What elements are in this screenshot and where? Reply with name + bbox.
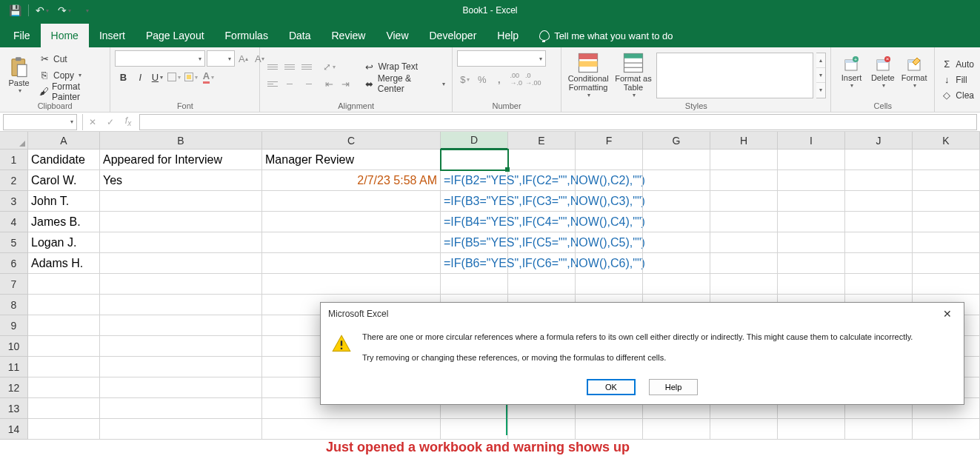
cell-B5[interactable]	[100, 232, 262, 253]
cell-C7[interactable]	[262, 274, 441, 295]
cell-I7[interactable]	[778, 274, 845, 295]
tab-insert[interactable]: Insert	[89, 24, 136, 47]
cell-B8[interactable]	[100, 295, 262, 315]
cell-F7[interactable]	[576, 274, 643, 295]
row-head-4[interactable]: 4	[0, 212, 28, 232]
cell-H3[interactable]	[710, 191, 778, 212]
cell-H14[interactable]	[710, 419, 778, 440]
cell-B6[interactable]	[100, 253, 262, 274]
row-head-10[interactable]: 10	[0, 336, 28, 357]
cell-H1[interactable]	[710, 150, 778, 170]
cell-E4[interactable]	[508, 212, 576, 232]
font-color-button[interactable]: A▾	[200, 69, 216, 85]
italic-button[interactable]: I	[132, 69, 148, 85]
accounting-button[interactable]: $▾	[457, 71, 473, 87]
autosum-button[interactable]: ΣAuto	[939, 57, 976, 72]
cell-C5[interactable]	[262, 232, 441, 253]
fx-button[interactable]: fx	[120, 114, 136, 130]
tab-file[interactable]: File	[3, 24, 41, 47]
cell-H7[interactable]	[710, 274, 778, 295]
row-head-3[interactable]: 3	[0, 191, 28, 212]
row-head-11[interactable]: 11	[0, 357, 28, 377]
cell-F5[interactable]	[576, 232, 643, 253]
cell-H2[interactable]	[710, 170, 778, 191]
cell-B1[interactable]: Appeared for Interview	[100, 150, 262, 170]
copy-button[interactable]: ⎘Copy▾	[36, 68, 105, 83]
cell-B9[interactable]	[100, 315, 262, 336]
tab-home[interactable]: Home	[41, 24, 89, 47]
cell-C2[interactable]: 2/7/23 5:58 AM	[262, 170, 441, 191]
conditional-formatting-button[interactable]: Conditional Formatting▾	[566, 51, 610, 100]
cell-B11[interactable]	[100, 357, 262, 377]
fill-button[interactable]: ↓Fill	[939, 73, 976, 87]
cell-G4[interactable]	[643, 212, 710, 232]
col-head-J[interactable]: J	[845, 132, 913, 150]
cell-A14[interactable]	[28, 419, 100, 440]
cell-A12[interactable]	[28, 377, 100, 398]
cell-B13[interactable]	[100, 398, 262, 419]
cell-C3[interactable]	[262, 191, 441, 212]
col-head-A[interactable]: A	[28, 132, 100, 150]
font-name-combo[interactable]: ▾	[115, 50, 205, 67]
bold-button[interactable]: B	[115, 69, 131, 85]
tab-view[interactable]: View	[376, 24, 419, 47]
gallery-up-button[interactable]: ▴	[816, 53, 826, 68]
cell-I2[interactable]	[778, 170, 845, 191]
row-head-6[interactable]: 6	[0, 253, 28, 274]
increase-decimal-button[interactable]: .00→.0	[508, 71, 524, 87]
cell-F2[interactable]	[576, 170, 643, 191]
tab-formulas[interactable]: Formulas	[215, 24, 279, 47]
cell-J2[interactable]	[845, 170, 913, 191]
cell-G1[interactable]	[643, 150, 710, 170]
cell-G5[interactable]	[643, 232, 710, 253]
cell-I5[interactable]	[778, 232, 845, 253]
merge-center-button[interactable]: ⬌Merge & Center▾	[361, 75, 447, 92]
col-head-E[interactable]: E	[508, 132, 576, 150]
align-top-button[interactable]	[264, 58, 281, 75]
cell-K1[interactable]	[913, 150, 980, 170]
cell-B12[interactable]	[100, 377, 262, 398]
border-button[interactable]: ▾	[166, 69, 182, 85]
cell-A13[interactable]	[28, 398, 100, 419]
tab-data[interactable]: Data	[279, 24, 321, 47]
fill-color-button[interactable]: ▾	[183, 69, 199, 85]
align-middle-button[interactable]	[281, 58, 298, 75]
cell-I4[interactable]	[778, 212, 845, 232]
cell-H5[interactable]	[710, 232, 778, 253]
cell-K4[interactable]	[913, 212, 980, 232]
cell-D5[interactable]: =IF(B5="YES",IF(C5="",NOW(),C5),"")	[441, 232, 508, 253]
cell-K5[interactable]	[913, 232, 980, 253]
tab-developer[interactable]: Developer	[419, 24, 487, 47]
row-head-8[interactable]: 8	[0, 295, 28, 315]
redo-button[interactable]: ↷▾	[56, 2, 73, 19]
cell-J14[interactable]	[845, 419, 913, 440]
cell-J4[interactable]	[845, 212, 913, 232]
row-head-9[interactable]: 9	[0, 315, 28, 336]
col-head-G[interactable]: G	[643, 132, 710, 150]
select-all-triangle[interactable]	[0, 132, 28, 150]
cell-K7[interactable]	[913, 274, 980, 295]
col-head-H[interactable]: H	[710, 132, 778, 150]
cell-G6[interactable]	[643, 253, 710, 274]
dialog-ok-button[interactable]: OK	[587, 379, 636, 395]
cell-K6[interactable]	[913, 253, 980, 274]
cell-A5[interactable]: Logan J.	[28, 232, 100, 253]
tab-review[interactable]: Review	[321, 24, 376, 47]
cell-C14[interactable]	[262, 419, 441, 440]
dialog-close-button[interactable]: ✕	[939, 305, 956, 323]
cell-J5[interactable]	[845, 232, 913, 253]
clear-button[interactable]: ◇Clea	[939, 88, 976, 103]
cell-A7[interactable]	[28, 274, 100, 295]
cell-D4[interactable]: =IF(B4="YES",IF(C4="",NOW(),C4),"")	[441, 212, 508, 232]
cut-button[interactable]: ✂Cut	[36, 52, 105, 67]
underline-button[interactable]: U▾	[149, 69, 165, 85]
align-bottom-button[interactable]	[299, 58, 315, 75]
cell-E3[interactable]	[508, 191, 576, 212]
cell-I3[interactable]	[778, 191, 845, 212]
row-head-1[interactable]: 1	[0, 150, 28, 170]
cell-G3[interactable]	[643, 191, 710, 212]
cell-C4[interactable]	[262, 212, 441, 232]
insert-cells-button[interactable]: + Insert▾	[836, 51, 867, 100]
namebox-grip[interactable]	[79, 114, 83, 130]
cell-A2[interactable]: Carol W.	[28, 170, 100, 191]
